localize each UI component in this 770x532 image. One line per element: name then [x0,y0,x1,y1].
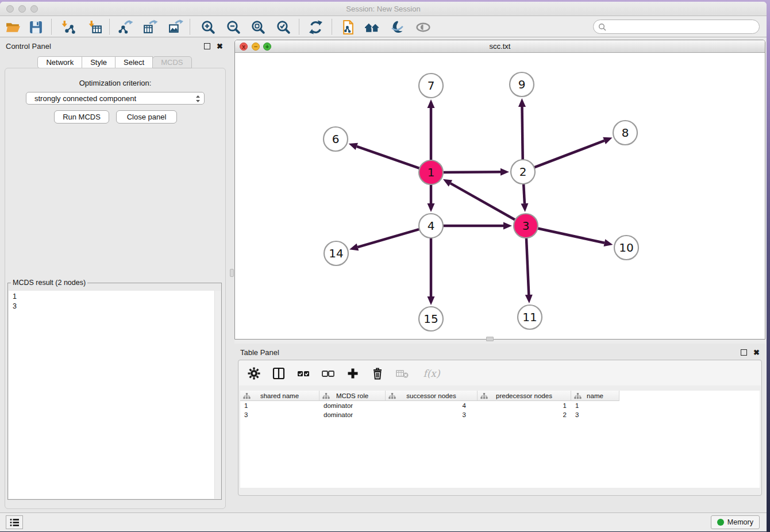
zoom-selected-button[interactable] [273,18,294,36]
import-network-icon [60,20,76,35]
table-toolbar: f(x) [239,361,761,385]
export-table-button[interactable] [140,18,160,36]
sitemap-icon [243,393,251,399]
deselect-all-button[interactable] [320,365,336,381]
toolbar-separator [51,19,52,34]
gear-button[interactable] [246,365,262,381]
edge-3-10[interactable] [537,228,605,243]
close-panel-icon[interactable]: ✖ [753,348,760,357]
export-network-button[interactable] [115,18,136,36]
column-header-name[interactable]: name [571,391,619,401]
add-button[interactable] [345,365,361,381]
node-label-11: 11 [522,310,537,324]
zoom-fit-button[interactable] [248,18,268,36]
mcds-result-text[interactable]: 13 [9,291,221,499]
node-label-15: 15 [424,312,438,326]
table-cell[interactable]: 1 [478,401,571,410]
zoom-in-button[interactable] [198,18,218,36]
save-session-button[interactable] [25,18,46,36]
network-canvas[interactable]: 7968124314101511 [235,53,765,339]
splitter-grip[interactable] [230,269,234,277]
memory-button[interactable]: Memory [711,515,760,529]
table-row[interactable]: 3dominator323 [240,410,760,419]
toolbar-separator [299,19,299,34]
select-all-button[interactable] [295,365,311,381]
tab-select[interactable]: Select [115,56,153,68]
table-cell[interactable]: 2 [478,410,571,419]
column-header-shared-name[interactable]: shared name [240,391,319,401]
edge-2-9[interactable] [522,107,523,161]
table-cell[interactable]: 3 [240,410,319,419]
edge-4-14[interactable] [357,229,420,247]
node-label-7: 7 [428,79,435,92]
refresh-icon [308,20,324,35]
split-columns-icon [272,367,286,380]
edge-2-3[interactable] [523,183,525,203]
paint-style-button[interactable] [387,18,407,36]
table-cell[interactable]: 1 [571,401,619,410]
eye-button[interactable] [413,18,433,36]
table-header-row: shared nameMCDS rolesuccessor nodesprede… [240,391,760,401]
trash-icon [371,367,384,380]
import-table-button[interactable] [84,18,105,36]
open-folder-icon [5,20,21,35]
close-panel-button[interactable]: Close panel [116,110,177,124]
node-label-14: 14 [329,246,343,260]
edge-1-6[interactable] [357,147,421,169]
export-image-button[interactable] [165,18,186,36]
refresh-view-button[interactable] [305,18,326,36]
zoom-in-icon [201,20,216,35]
split-columns-button[interactable] [271,365,287,381]
mcds-result-group: MCDS result (2 nodes) 13 [7,283,222,500]
column-header-mcds-role[interactable]: MCDS role [319,391,386,401]
edge-3-1[interactable] [451,183,516,221]
table-cell[interactable]: 3 [571,410,619,419]
zoom-out-button[interactable] [223,18,244,36]
close-panel-icon[interactable]: ✖ [217,42,223,51]
export-image-icon [168,20,183,35]
optimization-dropdown[interactable]: strongly connected component [26,92,205,105]
tab-mcds[interactable]: MCDS [152,56,191,68]
export-table-icon [143,20,158,35]
network-window-titlebar[interactable]: x − + scc.txt [235,40,765,53]
horizontal-splitter-grip[interactable] [486,337,494,341]
arrowhead-1-6 [349,143,358,150]
tab-style[interactable]: Style [82,56,116,68]
node-label-9: 9 [518,78,526,91]
table-cell[interactable]: dominator [319,401,386,410]
arrowhead-2-3 [521,203,528,212]
node-label-1: 1 [428,165,435,179]
import-network-button[interactable] [57,18,78,36]
node-table: shared nameMCDS rolesuccessor nodesprede… [240,391,760,488]
sitemap-icon [322,393,330,399]
control-panel-tabs: NetworkStyleSelectMCDS [0,56,230,68]
eye-icon [415,20,432,35]
table-cell[interactable]: 3 [386,410,478,419]
column-header-predecessor-nodes[interactable]: predecessor nodes [478,391,571,401]
float-panel-icon[interactable] [741,349,747,356]
vertical-splitter[interactable] [230,37,234,515]
column-header-successor-nodes[interactable]: successor nodes [386,391,478,401]
edge-3-11[interactable] [526,237,529,295]
tab-network[interactable]: Network [37,56,82,68]
open-file-button[interactable] [2,18,23,36]
optimization-label: Optimization criterion: [5,79,225,87]
homes-button[interactable] [362,18,383,36]
zoom-fit-icon [251,20,266,35]
table-row[interactable]: 1dominator411 [240,401,760,410]
float-panel-icon[interactable] [204,43,210,49]
table-cell[interactable]: dominator [319,410,386,419]
column-label: predecessor nodes [496,392,552,399]
trash-button[interactable] [369,365,386,381]
arrowhead-1-7 [428,99,435,108]
edge-2-8[interactable] [533,141,605,168]
result-scrollbar[interactable] [214,291,221,499]
task-history-button[interactable] [6,515,23,529]
search-input[interactable] [610,21,753,33]
table-cell[interactable]: 4 [386,401,478,410]
run-mcds-button[interactable]: Run MCDS [54,110,109,124]
table-cell[interactable]: 1 [240,401,319,410]
clone-network-button[interactable] [337,18,358,36]
edge-1-2[interactable] [442,172,500,172]
node-label-10: 10 [619,241,633,255]
